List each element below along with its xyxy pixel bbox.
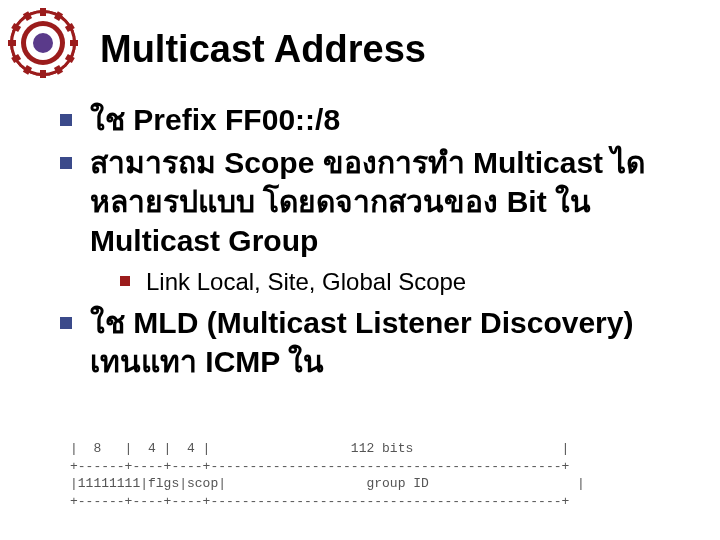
svg-rect-9 [70,40,78,46]
bullet-text: ใช MLD (Multicast Listener Discovery) เท… [90,303,690,381]
bullet-item: สามารถม Scope ของการทำ Multicast ไดหลายร… [60,143,690,260]
bullet-square-icon [60,114,72,126]
svg-point-5 [33,33,53,53]
bullet-text: ใช Prefix FF00::/8 [90,100,340,139]
bullet-square-icon [120,276,130,286]
svg-rect-6 [40,8,46,16]
diagram-line: +------+----+----+----------------------… [70,459,569,474]
diagram-line: |11111111|flgs|scop| group ID | [70,476,585,491]
address-format-diagram: | 8 | 4 | 4 | 112 bits | +------+----+--… [70,440,640,510]
bullet-text: สามารถม Scope ของการทำ Multicast ไดหลายร… [90,143,690,260]
diagram-line: +------+----+----+----------------------… [70,494,569,509]
svg-rect-12 [40,70,46,78]
bullet-item: ใช Prefix FF00::/8 [60,100,690,139]
slide-content: ใช Prefix FF00::/8 สามารถม Scope ของการท… [60,100,690,385]
bullet-item: ใช MLD (Multicast Listener Discovery) เท… [60,303,690,381]
university-logo [8,8,78,78]
bullet-item: Link Local, Site, Global Scope [120,266,690,297]
svg-rect-15 [8,40,16,46]
bullet-text: Link Local, Site, Global Scope [146,266,466,297]
bullet-square-icon [60,157,72,169]
bullet-square-icon [60,317,72,329]
slide-title: Multicast Address [100,28,426,71]
diagram-line: | 8 | 4 | 4 | 112 bits | [70,441,569,456]
